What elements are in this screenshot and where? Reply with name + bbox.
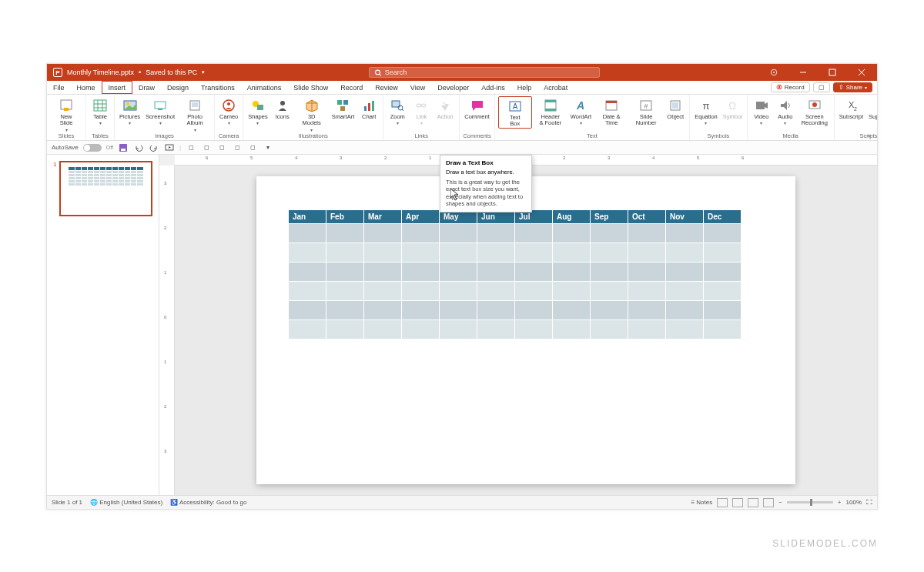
table-row[interactable] <box>289 281 742 300</box>
month-feb[interactable]: Feb <box>326 210 364 223</box>
qat-icon-2[interactable]: ◻ <box>201 142 212 153</box>
qat-more-icon[interactable]: ▾ <box>263 142 273 153</box>
3d-models-button[interactable]: 3DModels▾ <box>296 96 328 132</box>
month-jul[interactable]: Jul <box>515 210 553 223</box>
share-button[interactable]: ⇧Share▾ <box>833 82 872 92</box>
maximize-button[interactable] <box>822 64 843 81</box>
qat-icon-4[interactable]: ◻ <box>232 142 243 153</box>
tab-transitions[interactable]: Transitions <box>195 81 241 94</box>
vertical-ruler[interactable]: 3210123 <box>159 166 175 495</box>
tab-animations[interactable]: Animations <box>241 81 288 94</box>
audio-button[interactable]: Audio▾ <box>775 96 796 125</box>
undo-icon[interactable] <box>133 142 144 153</box>
tab-addins[interactable]: Add-ins <box>475 81 511 94</box>
video-button[interactable]: Video▾ <box>751 96 772 125</box>
tab-insert[interactable]: Insert <box>102 81 133 94</box>
pictures-button[interactable]: Pictures▾ <box>118 96 142 125</box>
accessibility-indicator[interactable]: ♿ Accessibility: Good to go <box>170 499 246 506</box>
superscript-button[interactable]: X2Superscript <box>867 96 877 120</box>
table-row[interactable] <box>289 262 742 281</box>
tab-developer[interactable]: Developer <box>431 81 475 94</box>
month-mar[interactable]: Mar <box>364 210 402 223</box>
month-nov[interactable]: Nov <box>666 210 704 223</box>
shapes-button[interactable]: Shapes▾ <box>246 96 269 125</box>
screenshot-button[interactable]: Screenshot▾ <box>144 96 176 125</box>
slide-number-button[interactable]: #SlideNumber <box>630 96 662 127</box>
new-slide-button[interactable]: NewSlide▾ <box>50 96 82 132</box>
slide-panel[interactable]: 1 <box>47 155 159 495</box>
help-icon[interactable] <box>763 64 785 81</box>
normal-view-icon[interactable] <box>717 498 728 507</box>
tab-draw[interactable]: Draw <box>132 81 161 94</box>
month-may[interactable]: May <box>440 210 477 223</box>
tab-file[interactable]: File <box>47 81 71 94</box>
smartart-button[interactable]: SmartArt <box>330 96 357 120</box>
cameo-button[interactable]: Cameo▾ <box>218 96 239 125</box>
tab-help[interactable]: Help <box>511 81 538 94</box>
close-button[interactable] <box>851 64 872 81</box>
slideshow-icon[interactable] <box>164 142 175 153</box>
table-row[interactable] <box>289 319 742 339</box>
minimize-button[interactable] <box>792 64 814 81</box>
month-jan[interactable]: Jan <box>289 210 326 223</box>
icons-button[interactable]: Icons <box>272 96 293 120</box>
table-row[interactable] <box>289 223 742 243</box>
zoom-slider[interactable] <box>787 501 833 503</box>
slide[interactable]: Jan Feb Mar Apr May Jun Jul Aug Sep Oct … <box>256 176 795 484</box>
table-row[interactable] <box>289 243 742 262</box>
notes-button[interactable]: ≡ Notes <box>691 499 712 506</box>
slide-thumbnail[interactable] <box>59 161 152 216</box>
subscript-button[interactable]: X2Subscript <box>838 96 865 120</box>
qat-icon-5[interactable]: ◻ <box>247 142 258 153</box>
photo-album-button[interactable]: PhotoAlbum▾ <box>179 96 211 132</box>
tab-view[interactable]: View <box>404 81 431 94</box>
slide-indicator[interactable]: Slide 1 of 1 <box>52 499 82 506</box>
redo-icon[interactable] <box>149 142 159 153</box>
month-dec[interactable]: Dec <box>704 210 742 223</box>
equation-button[interactable]: πEquation▾ <box>693 96 719 125</box>
svg-point-3 <box>773 72 774 72</box>
save-icon[interactable] <box>118 142 129 153</box>
table-button[interactable]: Table▾ <box>89 96 111 125</box>
tab-home[interactable]: Home <box>71 81 102 94</box>
zoom-button[interactable]: Zoom▾ <box>387 96 408 125</box>
qat-icon-3[interactable]: ◻ <box>216 142 227 153</box>
collapse-ribbon-icon[interactable]: ⌄ <box>866 131 872 139</box>
sorter-view-icon[interactable] <box>732 498 743 507</box>
svg-marker-68 <box>450 189 458 200</box>
tab-record[interactable]: Record <box>334 81 369 94</box>
fit-window-icon[interactable]: ⛶ <box>866 499 872 506</box>
qat-icon-1[interactable]: ◻ <box>186 142 196 153</box>
zoom-in-icon[interactable]: + <box>838 499 842 506</box>
tab-acrobat[interactable]: Acrobat <box>537 81 574 94</box>
record-button[interactable]: ⦿Record <box>771 82 810 92</box>
wordart-button[interactable]: AWordArt▾ <box>569 96 593 125</box>
reading-view-icon[interactable] <box>748 498 758 507</box>
tab-slideshow[interactable]: Slide Show <box>287 81 334 94</box>
object-button[interactable]: Object <box>665 96 686 120</box>
month-oct[interactable]: Oct <box>628 210 666 223</box>
search-box[interactable]: Search <box>369 67 600 78</box>
screen-recording-button[interactable]: ScreenRecording <box>798 96 831 127</box>
months-table[interactable]: Jan Feb Mar Apr May Jun Jul Aug Sep Oct … <box>289 210 742 339</box>
comment-button[interactable]: Comment <box>463 96 491 120</box>
slideshow-view-icon[interactable] <box>763 498 774 507</box>
month-jun[interactable]: Jun <box>477 210 515 223</box>
text-box-button[interactable]: ATextBox <box>498 96 532 129</box>
zoom-level[interactable]: 100% <box>846 499 862 506</box>
month-aug[interactable]: Aug <box>553 210 591 223</box>
month-apr[interactable]: Apr <box>402 210 440 223</box>
save-status[interactable]: Saved to this PC <box>146 69 197 76</box>
zoom-out-icon[interactable]: − <box>778 499 782 506</box>
canvas[interactable]: Jan Feb Mar Apr May Jun Jul Aug Sep Oct … <box>175 166 877 495</box>
tab-design[interactable]: Design <box>161 81 195 94</box>
month-sep[interactable]: Sep <box>591 210 628 223</box>
language-indicator[interactable]: 🌐 English (United States) <box>90 499 162 506</box>
tab-review[interactable]: Review <box>369 81 404 94</box>
date-time-button[interactable]: Date &Time <box>595 96 628 127</box>
header-footer-button[interactable]: Header& Footer <box>534 96 567 127</box>
table-row[interactable] <box>289 300 742 319</box>
chart-button[interactable]: Chart <box>358 96 380 120</box>
present-button[interactable]: ▢ <box>813 82 830 92</box>
autosave-toggle[interactable] <box>83 144 102 152</box>
